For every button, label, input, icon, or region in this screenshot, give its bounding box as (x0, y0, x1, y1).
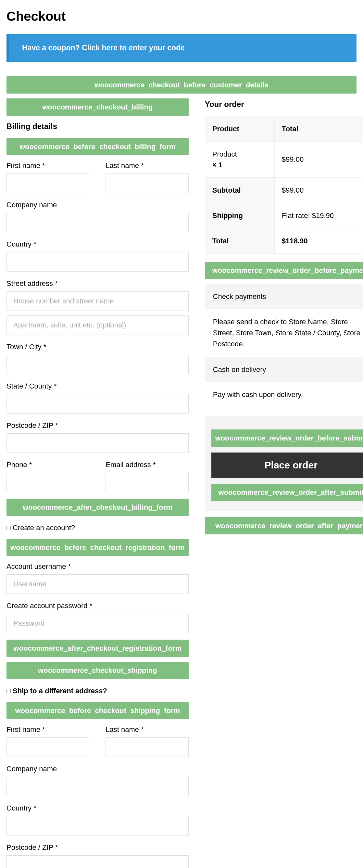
order-product-name: Product (212, 150, 237, 158)
shipping-company-label: Company name (6, 764, 189, 774)
hook-review-after-payment: woocommerce_review_order_after_payment (205, 517, 363, 534)
payment-cod-desc: Pay with cash upon delivery. (205, 382, 363, 407)
order-product-qty: × 1 (212, 161, 222, 169)
hook-after-billing-form: woocommerce_after_checkout_billing_form (6, 499, 189, 516)
billing-last-name-label: Last name * (105, 160, 188, 171)
billing-first-name-input[interactable] (6, 174, 89, 193)
shipping-country-label: Country * (6, 803, 189, 813)
billing-street2-input[interactable] (6, 315, 189, 335)
hook-before-customer-details: woocommerce_checkout_before_customer_det… (6, 76, 357, 94)
hook-before-registration-form: woocommerce_before_checkout_registration… (6, 539, 189, 556)
shipping-first-name-input[interactable] (6, 737, 89, 757)
create-account-checkbox[interactable] (6, 526, 11, 530)
billing-postcode-label: Postcode / ZIP * (6, 420, 189, 431)
hook-checkout-shipping: woocommerce_checkout_shipping (6, 662, 189, 679)
account-username-label: Account username * (6, 561, 189, 572)
billing-street-label: Street address * (6, 278, 189, 289)
hook-before-shipping-form: woocommerce_before_checkout_shipping_for… (6, 702, 189, 719)
billing-street1-input[interactable] (6, 291, 189, 311)
billing-company-input[interactable] (6, 213, 189, 232)
shipping-postcode-input[interactable] (6, 855, 189, 868)
order-heading: Your order (205, 98, 363, 110)
ship-different-checkbox[interactable] (6, 689, 11, 693)
account-password-label: Create account password * (6, 600, 189, 611)
billing-city-input[interactable] (6, 355, 189, 374)
shipping-first-name-label: First name * (6, 724, 89, 735)
shipping-company-input[interactable] (6, 777, 189, 796)
hook-after-registration-form: woocommerce_after_checkout_registration_… (6, 640, 189, 657)
billing-state-label: State / County * (6, 381, 189, 392)
billing-company-label: Company name (6, 199, 189, 210)
shipping-last-name-input[interactable] (105, 737, 188, 757)
hook-review-before-payment: woocommerce_review_order_before_payment (205, 262, 363, 279)
billing-phone-input[interactable] (6, 473, 89, 492)
billing-country-input[interactable] (6, 252, 189, 272)
ship-different-label: Ship to a different address? (13, 687, 107, 695)
billing-email-input[interactable] (105, 473, 188, 492)
billing-phone-label: Phone * (6, 459, 89, 470)
payment-cod-title: Cash on delivery (205, 357, 363, 382)
order-product-price: $99.00 (274, 141, 363, 177)
billing-last-name-input[interactable] (105, 174, 188, 193)
coupon-banner[interactable]: Have a coupon? Click here to enter your … (6, 34, 357, 62)
shipping-country-input[interactable] (6, 816, 189, 836)
order-col-product: Product (205, 116, 274, 141)
billing-country-label: Country * (6, 239, 189, 249)
page-title: Checkout (6, 6, 357, 26)
payment-method-check[interactable]: Check payments Please send a check to St… (205, 284, 363, 407)
order-total-value: $118.90 (274, 228, 363, 253)
billing-email-label: Email address * (105, 459, 188, 470)
place-order-button[interactable]: Place order (211, 453, 363, 478)
account-username-input[interactable] (6, 574, 189, 594)
order-shipping-value: Flat rate: $19.90 (274, 203, 363, 228)
order-total-label: Total (205, 228, 274, 253)
billing-column: woocommerce_checkout_billing Billing det… (6, 98, 189, 868)
hook-review-after-submit: woocommerce_review_order_after_submit (211, 484, 363, 501)
order-review-table: Product Total Product × 1 $99.00 Subtota… (205, 116, 363, 254)
billing-city-label: Town / City * (6, 341, 189, 352)
hook-before-billing-form: woocommerce_before_checkout_billing_form (6, 138, 189, 155)
order-shipping-label: Shipping (205, 203, 274, 228)
billing-state-input[interactable] (6, 394, 189, 413)
submit-area: woocommerce_review_order_before_submit P… (205, 416, 363, 511)
order-column: Your order Product Total Product × 1 $99… (205, 98, 363, 868)
shipping-last-name-label: Last name * (105, 724, 188, 735)
order-subtotal-value: $99.00 (274, 177, 363, 203)
billing-heading: Billing details (6, 121, 189, 132)
hook-review-before-submit: woocommerce_review_order_before_submit (211, 430, 363, 447)
payment-check-desc: Please send a check to Store Name, Store… (205, 309, 363, 357)
billing-postcode-input[interactable] (6, 433, 189, 453)
account-password-input[interactable] (6, 614, 189, 633)
payment-check-title: Check payments (205, 284, 363, 309)
create-account-label: Create an account? (13, 524, 75, 532)
ship-different-row[interactable]: Ship to a different address? (6, 685, 189, 696)
order-col-total: Total (274, 116, 363, 141)
create-account-row[interactable]: Create an account? (6, 522, 189, 533)
hook-checkout-billing: woocommerce_checkout_billing (6, 98, 189, 116)
shipping-postcode-label: Postcode / ZIP * (6, 842, 189, 853)
order-subtotal-label: Subtotal (205, 177, 274, 203)
billing-first-name-label: First name * (6, 160, 89, 171)
order-product-cell: Product × 1 (205, 141, 274, 177)
